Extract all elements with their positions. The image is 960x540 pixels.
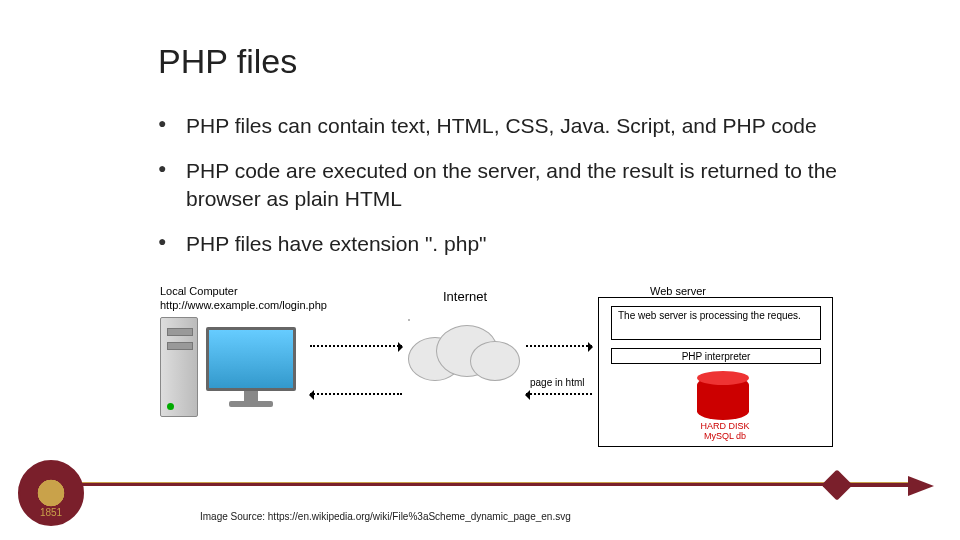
arrow-request-out: [310, 345, 402, 347]
disk-icon: [697, 376, 749, 420]
bullet-item: PHP files have extension ". php": [158, 230, 870, 257]
php-interpreter-label: PHP interpreter: [611, 348, 821, 364]
webserver-label: Web server: [650, 285, 706, 297]
cloud-icon: [408, 319, 518, 389]
bullet-item: PHP files can contain text, HTML, CSS, J…: [158, 112, 870, 139]
university-seal-icon: 1851: [18, 460, 84, 526]
arrow-from-server: [526, 393, 592, 395]
processing-label: The web server is processing the reques.: [611, 306, 821, 340]
bullet-item: PHP code are executed on the server, and…: [158, 157, 870, 212]
disk-label: HARD DISK MySQL db: [689, 422, 761, 442]
slide-title: PHP files: [158, 42, 297, 81]
slide: PHP files PHP files can contain text, HT…: [0, 0, 960, 540]
bullet-list: PHP files can contain text, HTML, CSS, J…: [158, 112, 870, 275]
page-in-html-label: page in html: [530, 377, 584, 388]
architecture-diagram: Local Computer http://www.example.com/lo…: [150, 285, 850, 455]
local-url-label: http://www.example.com/login.php: [160, 299, 327, 311]
webserver-box: The web server is processing the reques.…: [598, 297, 833, 447]
internet-label: Internet: [443, 289, 487, 304]
arrow-to-server: [526, 345, 592, 347]
footer-divider: [80, 482, 920, 486]
spear-icon: [830, 470, 940, 500]
image-credit: Image Source: https://en.wikipedia.org/w…: [200, 511, 571, 522]
arrow-response-in: [310, 393, 402, 395]
local-computer-label: Local Computer: [160, 285, 238, 297]
seal-year: 1851: [40, 507, 62, 518]
computer-tower-icon: [160, 317, 198, 417]
monitor-icon: [206, 327, 296, 417]
